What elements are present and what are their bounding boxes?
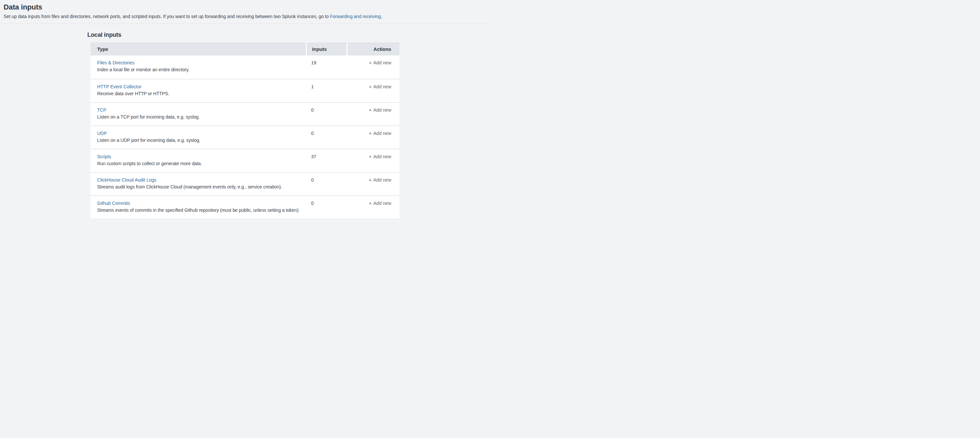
plus-icon: +	[369, 107, 372, 113]
inputs-count-cell: 0	[306, 103, 347, 126]
plus-icon: +	[369, 131, 372, 136]
inputs-count: 0	[311, 131, 314, 136]
page-header: Data inputs Set up data inputs from file…	[0, 0, 490, 24]
add-new-label: Add new	[374, 131, 391, 136]
input-type-description: Listen on a TCP port for incoming data, …	[97, 114, 302, 120]
add-new-label: Add new	[374, 107, 391, 113]
add-new-button[interactable]: +Add new	[369, 130, 391, 137]
plus-icon: +	[369, 200, 372, 206]
type-cell: Github CommitsStreams events of commits …	[91, 196, 306, 219]
actions-cell: +Add new	[347, 56, 399, 79]
column-header-type: Type	[91, 42, 306, 56]
column-header-inputs: Inputs	[306, 42, 347, 56]
page-subtitle: Set up data inputs from files and direct…	[3, 13, 484, 20]
local-inputs-table: Type Inputs Actions Files & DirectoriesI…	[91, 42, 399, 219]
inputs-count-cell: 1	[306, 80, 347, 102]
add-new-label: Add new	[374, 84, 391, 89]
input-type-description: Index a local file or monitor an entire …	[97, 66, 302, 73]
actions-cell: +Add new	[347, 196, 399, 219]
input-type-link[interactable]: Github Commits	[97, 200, 130, 207]
section-heading: Local inputs	[87, 31, 490, 39]
table-row: HTTP Event CollectorReceive data over HT…	[91, 79, 399, 102]
type-cell: UDPListen on a UDP port for incoming dat…	[91, 126, 306, 149]
type-cell: HTTP Event CollectorReceive data over HT…	[91, 80, 306, 102]
input-type-description: Streams events of commits in the specifi…	[97, 207, 302, 213]
input-type-description: Streams audit logs from ClickHouse Cloud…	[97, 183, 302, 190]
inputs-count-cell: 0	[306, 126, 347, 149]
inputs-count: 0	[311, 177, 314, 183]
type-cell: ScriptsRun custom scripts to collect or …	[91, 150, 306, 172]
inputs-count: 0	[311, 107, 314, 113]
table-row: Github CommitsStreams events of commits …	[91, 195, 399, 219]
type-cell: ClickHouse Cloud Audit LogsStreams audit…	[91, 173, 306, 195]
input-type-description: Listen on a UDP port for incoming data, …	[97, 137, 302, 143]
table-body: Files & DirectoriesIndex a local file or…	[91, 56, 399, 219]
add-new-button[interactable]: +Add new	[369, 200, 391, 207]
input-type-link[interactable]: Files & Directories	[97, 59, 135, 66]
add-new-button[interactable]: +Add new	[369, 83, 391, 90]
page-subtitle-text: Set up data inputs from files and direct…	[3, 14, 330, 19]
content-area: Local inputs Type Inputs Actions Files &…	[0, 24, 490, 219]
table-row: ClickHouse Cloud Audit LogsStreams audit…	[91, 172, 399, 195]
plus-icon: +	[369, 154, 372, 159]
add-new-label: Add new	[374, 201, 391, 206]
input-type-link[interactable]: HTTP Event Collector	[97, 83, 142, 90]
inputs-count-cell: 0	[306, 196, 347, 219]
inputs-count-cell: 37	[306, 150, 347, 172]
input-type-link[interactable]: Scripts	[97, 153, 111, 160]
actions-cell: +Add new	[347, 103, 399, 126]
add-new-label: Add new	[374, 60, 391, 65]
forwarding-and-receiving-link[interactable]: Forwarding and receiving	[330, 14, 381, 19]
add-new-button[interactable]: +Add new	[369, 107, 391, 113]
plus-icon: +	[369, 177, 372, 183]
add-new-button[interactable]: +Add new	[369, 59, 391, 66]
add-new-label: Add new	[374, 154, 391, 159]
inputs-count-cell: 19	[306, 56, 347, 79]
plus-icon: +	[369, 84, 372, 89]
table-header-row: Type Inputs Actions	[91, 42, 399, 56]
table-row-cutoff	[91, 219, 399, 219]
actions-cell: +Add new	[347, 126, 399, 149]
inputs-count: 19	[311, 60, 317, 65]
input-type-link[interactable]: ClickHouse Cloud Audit Logs	[97, 177, 157, 183]
table-row: TCPListen on a TCP port for incoming dat…	[91, 102, 399, 126]
actions-cell: +Add new	[347, 173, 399, 195]
add-new-button[interactable]: +Add new	[369, 153, 391, 160]
input-type-link[interactable]: TCP	[97, 107, 107, 113]
inputs-count: 1	[311, 84, 314, 89]
table-row: Files & DirectoriesIndex a local file or…	[91, 56, 399, 79]
type-cell: TCPListen on a TCP port for incoming dat…	[91, 103, 306, 126]
actions-cell: +Add new	[347, 150, 399, 172]
column-header-actions: Actions	[347, 42, 399, 56]
inputs-count-cell: 0	[306, 173, 347, 195]
type-cell: Files & DirectoriesIndex a local file or…	[91, 56, 306, 79]
input-type-link[interactable]: UDP	[97, 130, 107, 137]
input-type-description: Run custom scripts to collect or generat…	[97, 160, 302, 167]
inputs-count: 37	[311, 154, 317, 159]
plus-icon: +	[369, 60, 372, 65]
page-subtitle-period: .	[381, 14, 382, 19]
actions-cell: +Add new	[347, 80, 399, 102]
inputs-count: 0	[311, 201, 314, 206]
input-type-description: Receive data over HTTP or HTTPS.	[97, 90, 302, 97]
table-row: UDPListen on a UDP port for incoming dat…	[91, 126, 399, 149]
table-row: ScriptsRun custom scripts to collect or …	[91, 149, 399, 172]
add-new-button[interactable]: +Add new	[369, 177, 391, 183]
page-title: Data inputs	[3, 2, 484, 12]
add-new-label: Add new	[374, 177, 391, 183]
